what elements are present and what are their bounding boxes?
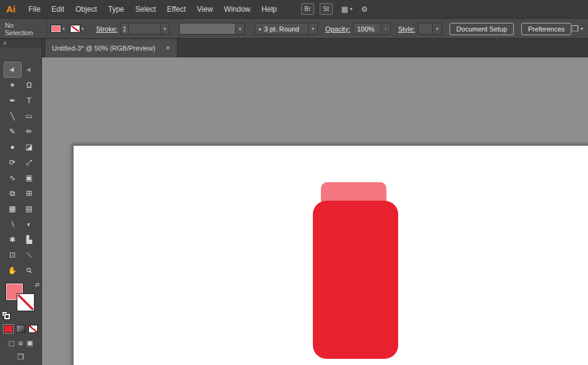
menu-type[interactable]: Type — [103, 0, 130, 19]
document-tab-title: Untitled-3* @ 50% (RGB/Preview) — [52, 44, 155, 52]
tool-hand[interactable]: ✋ — [4, 263, 21, 278]
document-setup-button[interactable]: Document Setup — [450, 23, 514, 35]
brush-dropdown-arrow[interactable]: ▾ — [309, 23, 318, 35]
line-segment-tool-icon: ╲ — [10, 112, 14, 120]
canvas-area[interactable] — [42, 57, 588, 365]
menu-object[interactable]: Object — [70, 0, 103, 19]
menu-effect[interactable]: Effect — [161, 0, 191, 19]
swap-fill-stroke-icon[interactable]: ⇄ — [35, 282, 40, 288]
tools-panel: « ➤ ➤ ✶ Ω ✒ T ╲ ▭ ✎ ✏ ● ◪ ⟳ ⤢ ∿ ▣ ⧉ ⊞ ▦ … — [0, 39, 42, 365]
artboard — [74, 146, 588, 365]
close-tab-icon[interactable]: × — [166, 44, 170, 52]
menu-select[interactable]: Select — [130, 0, 161, 19]
divider — [46, 19, 47, 39]
zoom-tool-icon: ⚲ — [24, 266, 34, 275]
menu-file[interactable]: File — [23, 0, 46, 19]
menu-window[interactable]: Window — [218, 0, 256, 19]
stroke-color-swatch[interactable] — [70, 25, 80, 33]
selection-tool-icon: ➤ — [7, 65, 17, 75]
tool-eraser[interactable]: ◪ — [21, 140, 38, 154]
tool-rotate[interactable]: ⟳ — [4, 155, 21, 170]
gradient-button[interactable] — [16, 325, 25, 333]
tool-artboard[interactable]: ⊡ — [4, 248, 21, 262]
width-profile-dropdown — [179, 23, 236, 35]
opacity-label[interactable]: Opacity: — [325, 25, 350, 33]
menu-edit[interactable]: Edit — [46, 0, 70, 19]
width-tool-icon: ∿ — [9, 174, 15, 182]
tool-rectangle[interactable]: ▭ — [21, 109, 38, 124]
style-dropdown-arrow[interactable]: ▾ — [433, 23, 442, 35]
menu-help[interactable]: Help — [256, 0, 283, 19]
default-fill-stroke-icon[interactable] — [2, 311, 11, 320]
stroke-swatch[interactable] — [17, 293, 35, 311]
stock-button[interactable]: St — [320, 3, 333, 15]
bridge-button[interactable]: Br — [301, 3, 314, 15]
brush-definition-dropdown[interactable]: • 3 pt. Round — [255, 23, 309, 35]
stroke-chevron-icon[interactable]: ▾ — [82, 27, 84, 31]
brush-value: 3 pt. Round — [264, 25, 299, 33]
opacity-dropdown[interactable]: › — [381, 23, 391, 35]
opacity-input[interactable]: 100% — [353, 23, 381, 35]
style-label[interactable]: Style: — [398, 25, 415, 33]
tool-gradient[interactable]: ▤ — [21, 201, 38, 216]
menu-bar: Ai File Edit Object Type Select Effect V… — [0, 0, 588, 19]
chevron-down-icon: ▾ — [581, 26, 583, 31]
rotate-tool-icon: ⟳ — [9, 158, 15, 167]
tool-column-graph[interactable]: ▙ — [21, 232, 38, 247]
brush-dot-icon: • — [258, 25, 261, 33]
tool-free-transform[interactable]: ▣ — [21, 170, 38, 185]
tool-direct-selection[interactable]: ➤ — [21, 62, 38, 77]
cs-live-icon: ⚙ — [361, 5, 368, 14]
tool-zoom[interactable]: ⚲ — [21, 263, 38, 278]
panel-collapse-icon[interactable]: « — [0, 39, 41, 48]
document-tab-bar: Untitled-3* @ 50% (RGB/Preview) × — [42, 39, 588, 57]
tool-symbol-sprayer[interactable]: ✱ — [4, 232, 21, 247]
tool-shape-builder[interactable]: ⧉ — [4, 186, 21, 201]
tool-magic-wand[interactable]: ✶ — [4, 78, 21, 93]
width-profile-arrow-icon: ▾ — [236, 23, 245, 35]
stroke-weight-dropdown[interactable]: ▾ — [161, 23, 170, 35]
tool-perspective-grid[interactable]: ⊞ — [21, 186, 38, 201]
screen-mode-icon[interactable]: ❐ — [0, 353, 41, 361]
stroke-weight-label[interactable]: Stroke: — [96, 25, 117, 33]
tool-eyedropper[interactable]: ∖ — [4, 217, 21, 232]
bottle-body-shape[interactable] — [313, 201, 398, 359]
preferences-button[interactable]: Preferences — [521, 23, 571, 35]
bottle-cap-shape[interactable] — [321, 182, 386, 203]
tool-type[interactable]: T — [21, 93, 38, 108]
selection-status: No Selection — [5, 22, 43, 36]
draw-normal-icon[interactable]: ▢ — [9, 339, 15, 347]
tool-blend[interactable]: ◐ — [21, 217, 38, 232]
fill-chevron-icon[interactable]: ▾ — [62, 27, 65, 31]
tool-pen[interactable]: ✒ — [4, 93, 21, 108]
draw-behind-icon[interactable]: ⧈ — [19, 339, 23, 347]
tool-line-segment[interactable]: ╲ — [4, 109, 21, 124]
stroke-weight-input[interactable] — [129, 23, 161, 35]
arrange-documents-icon: ▦ — [341, 5, 348, 14]
panel-dock-button[interactable]: ❒ ▾ — [571, 24, 583, 33]
scale-tool-icon: ⤢ — [26, 158, 32, 167]
draw-inside-icon[interactable]: ▣ — [27, 339, 33, 347]
tool-selection[interactable]: ➤ — [4, 62, 21, 77]
color-button[interactable] — [4, 325, 13, 333]
tool-pencil[interactable]: ✏ — [21, 124, 38, 139]
tool-mesh[interactable]: ▦ — [4, 201, 21, 216]
style-dropdown[interactable] — [418, 23, 433, 35]
tool-scale[interactable]: ⤢ — [21, 155, 38, 170]
tool-lasso[interactable]: Ω — [21, 78, 38, 93]
none-button[interactable] — [28, 325, 38, 333]
stroke-weight-stepper[interactable]: ▲ ▼ — [121, 23, 129, 35]
paintbrush-tool-icon: ✎ — [9, 127, 15, 136]
tool-paintbrush[interactable]: ✎ — [4, 124, 21, 139]
fill-color-swatch[interactable] — [51, 25, 61, 33]
cs-live-button[interactable]: ⚙ — [361, 5, 368, 14]
arrange-documents-button[interactable]: ▦ ▾ — [341, 5, 352, 14]
stepper-down-icon[interactable]: ▼ — [123, 29, 127, 33]
blend-tool-icon: ◐ — [27, 220, 31, 229]
color-mode-row — [0, 325, 41, 333]
tool-blob-brush[interactable]: ● — [4, 140, 21, 154]
tool-width[interactable]: ∿ — [4, 170, 21, 185]
document-tab[interactable]: Untitled-3* @ 50% (RGB/Preview) × — [45, 39, 177, 57]
tool-slice[interactable]: ⟍ — [21, 248, 38, 262]
menu-view[interactable]: View — [192, 0, 219, 19]
